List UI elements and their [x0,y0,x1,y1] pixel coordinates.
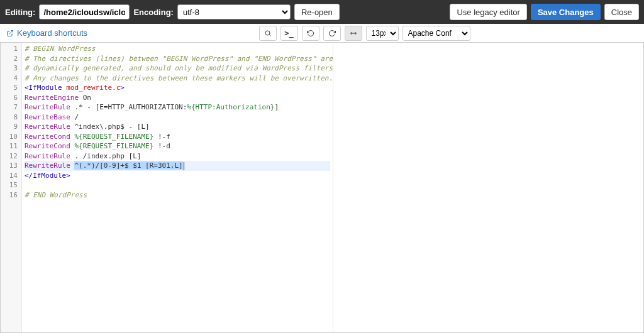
header-bar: Editing: Encoding: utf-8 Re-open Use leg… [0,0,644,24]
line-number: 1 [1,44,21,54]
line-number: 6 [1,93,21,103]
code-line[interactable]: RewriteRule ^(.*)/[0-9]+$ $1 [R=301,L] [25,161,330,171]
code-line[interactable]: # END WordPress [25,190,330,200]
encoding-select[interactable]: utf-8 [177,4,291,19]
line-number: 11 [1,141,21,151]
use-legacy-editor-button[interactable]: Use legacy editor [450,4,526,20]
line-number: 10 [1,132,21,142]
code-line[interactable]: </IfModule> [25,171,330,181]
terminal-icon: >_ [284,29,293,38]
code-line[interactable] [25,180,330,190]
arrows-horizontal-icon [349,30,358,37]
line-number: 13 [1,161,21,171]
encoding-label: Encoding: [133,8,174,17]
code-line[interactable]: # BEGIN WordPress [25,44,330,54]
line-number: 5 [1,83,21,93]
code-line[interactable]: RewriteBase / [25,112,330,123]
code-area-right[interactable] [333,43,644,332]
wrap-toggle-button[interactable] [345,26,362,41]
keyboard-shortcuts-link[interactable]: Keyboard shortcuts [6,28,87,38]
file-path-input[interactable] [39,4,130,19]
line-number: 8 [1,112,21,123]
code-line[interactable]: RewriteCond %{REQUEST_FILENAME} !-f [25,132,330,142]
svg-line-2 [269,35,270,36]
undo-button[interactable] [302,26,319,41]
code-line[interactable]: RewriteRule .* - [E=HTTP_AUTHORIZATION:%… [25,102,330,112]
line-number: 15 [1,180,21,190]
code-area[interactable]: # BEGIN WordPress# The directives (lines… [22,43,333,332]
toolbar: Keyboard shortcuts >_ 13px [0,24,644,43]
search-icon [264,30,272,37]
code-line[interactable]: # Any changes to the directives between … [25,74,330,84]
line-number: 4 [1,74,21,84]
code-line[interactable]: RewriteEngine On [25,93,330,103]
reopen-button[interactable]: Re-open [294,4,340,20]
search-button[interactable] [259,26,277,41]
svg-line-0 [9,30,13,34]
code-line[interactable]: RewriteRule . /index.php [L] [25,151,330,161]
line-number: 9 [1,122,21,132]
line-number: 3 [1,63,21,74]
code-line[interactable]: # dynamically generated, and should only… [25,63,330,74]
external-link-icon [6,30,14,37]
terminal-button[interactable]: >_ [280,26,298,41]
code-line[interactable]: <IfModule mod_rewrite.c> [25,83,330,93]
close-button[interactable]: Close [604,4,639,20]
redo-button[interactable] [323,26,341,41]
line-number: 12 [1,151,21,161]
line-number: 2 [1,54,21,64]
code-line[interactable]: RewriteCond %{REQUEST_FILENAME} !-d [25,141,330,151]
language-select[interactable]: Apache Conf [402,26,470,41]
undo-icon [307,30,314,37]
line-number: 7 [1,102,21,112]
line-number: 14 [1,171,21,181]
keyboard-shortcuts-label: Keyboard shortcuts [17,28,87,38]
code-line[interactable]: # The directives (lines) between "BEGIN … [25,54,330,64]
line-number-gutter: 12345678910111213141516 [1,43,22,332]
code-line[interactable]: RewriteRule ^index\.php$ - [L] [25,122,330,132]
save-changes-button[interactable]: Save Changes [531,4,601,20]
redo-icon [328,30,336,37]
editing-label: Editing: [5,8,35,17]
editor: 12345678910111213141516 # BEGIN WordPres… [0,43,644,333]
svg-point-1 [265,31,270,35]
font-size-select[interactable]: 13px [366,26,399,41]
line-number: 16 [1,190,21,200]
